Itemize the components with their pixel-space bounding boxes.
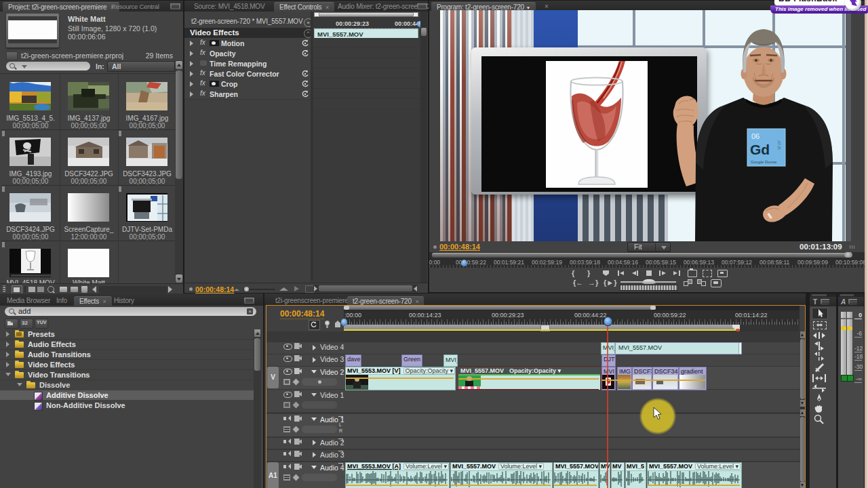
svg-text:157.25: 157.25 — [777, 140, 781, 150]
svg-text:Google Dunce: Google Dunce — [751, 160, 777, 164]
svg-text:Gd: Gd — [750, 142, 770, 157]
svg-text:06: 06 — [751, 132, 760, 140]
